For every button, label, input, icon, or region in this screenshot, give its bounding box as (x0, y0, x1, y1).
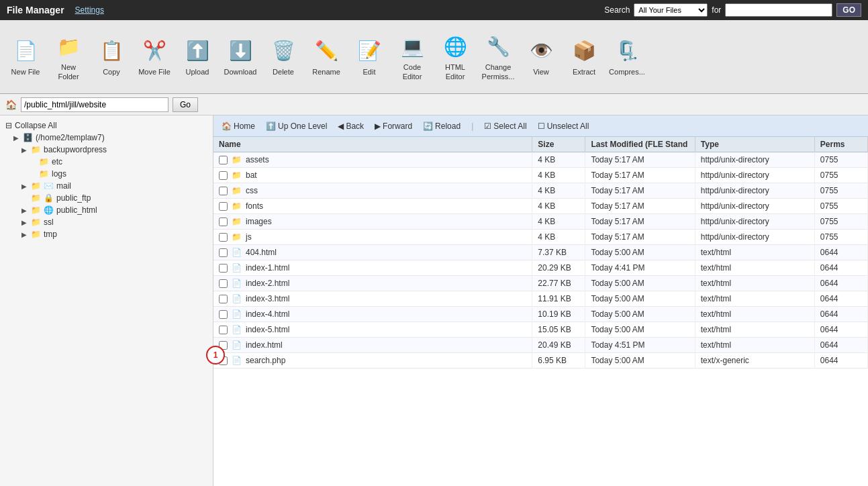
sidebar-item-mail[interactable]: ▶ 📁 ✉️ mail (19, 180, 210, 192)
sidebar-item-public-html[interactable]: ▶ 📁 🌐 public_html (19, 204, 210, 216)
compress-icon: 🗜️ (613, 37, 641, 65)
row-checkbox[interactable] (219, 295, 228, 303)
select-all-button[interactable]: ☑ Select All (481, 120, 529, 132)
table-row[interactable]: 📄 index-2.html 22.77 KB Today 5:00 AM te… (213, 276, 868, 291)
tree-root-item[interactable]: ▶ 🗄️ (/home2/templaw7) (11, 132, 210, 144)
cell-name: 📄 index-1.html (213, 260, 532, 276)
home-button[interactable]: 🏠 Home (219, 120, 258, 132)
table-row[interactable]: 📄 index-4.html 10.19 KB Today 5:00 AM te… (213, 307, 868, 322)
toolbar-new-folder-button[interactable]: 📁 New Folder (48, 27, 89, 87)
toolbar-move-file-button[interactable]: ✂️ Move File (134, 27, 175, 87)
reload-button[interactable]: 🔄 Reload (420, 120, 463, 132)
file-list-panel: 🏠 Home ⬆️ Up One Level ◀ Back ▶ Forward … (213, 115, 868, 486)
table-row[interactable]: 📁 images 4 KB Today 5:17 AM httpd/unix-d… (213, 214, 868, 230)
cell-name: 📁 images (213, 214, 532, 230)
file-name: images (246, 217, 272, 226)
toolbar-html-editor-button[interactable]: 🌐 HTML Editor (435, 27, 475, 87)
label-logs: logs (52, 169, 66, 179)
cell-name: 📄 index-3.html (213, 291, 532, 307)
row-checkbox[interactable] (219, 326, 228, 334)
row-checkbox[interactable] (219, 156, 228, 164)
forward-button[interactable]: ▶ Forward (372, 120, 415, 132)
new-folder-label: New Folder (50, 63, 87, 81)
toolbar-upload-button[interactable]: ⬆️ Upload (177, 27, 218, 87)
row-checkbox[interactable] (219, 217, 228, 226)
table-row[interactable]: 📁 bat 4 KB Today 5:17 AM httpd/unix-dire… (213, 168, 868, 183)
cell-perms: 0644 (814, 291, 867, 307)
file-name: js (246, 232, 252, 242)
address-go-button[interactable]: Go (173, 97, 198, 112)
col-header-modified[interactable]: Last Modified (FLE Stand (585, 137, 695, 152)
sidebar-item-ssl[interactable]: ▶ 📁 ssl (19, 216, 210, 228)
cell-size: 7.37 KB (532, 245, 585, 260)
row-checkbox[interactable] (219, 248, 228, 257)
main-area: ⊟ Collapse All ▶ 🗄️ (/home2/templaw7) ▶ … (0, 115, 868, 486)
folder-icon-logs: 📁 (39, 169, 49, 179)
file-type-icon: 📁 (232, 217, 242, 226)
unselect-all-button[interactable]: ☐ Unselect All (535, 120, 592, 132)
settings-link[interactable]: Settings (75, 5, 104, 15)
sidebar-item-backupwordpress[interactable]: ▶ 📁 backupwordpress (19, 144, 210, 156)
toolbar-edit-button[interactable]: 📝 Edit (349, 27, 389, 87)
row-checkbox[interactable] (219, 279, 228, 288)
table-row[interactable]: 📄 search.php 6.95 KB Today 5:00 AM text/… (213, 353, 868, 369)
search-scope-select[interactable]: All Your Files Current Directory (634, 3, 708, 17)
forward-label: Forward (383, 122, 412, 131)
delete-label: Delete (273, 68, 294, 77)
row-checkbox[interactable] (219, 171, 228, 180)
col-header-size[interactable]: Size (532, 137, 585, 152)
sidebar-item-public-ftp[interactable]: 📁 🔒 public_ftp (19, 192, 210, 204)
cell-modified: Today 5:17 AM (585, 230, 695, 245)
cell-perms: 0644 (814, 260, 867, 276)
file-name: css (246, 186, 258, 195)
search-input[interactable] (725, 3, 832, 17)
table-row[interactable]: 📄 404.html 7.37 KB Today 5:00 AM text/ht… (213, 245, 868, 260)
up-one-level-button[interactable]: ⬆️ Up One Level (263, 120, 330, 132)
row-checkbox[interactable] (219, 233, 228, 242)
sidebar-item-logs[interactable]: 📁 logs (27, 168, 210, 180)
toolbar-view-button[interactable]: 👁️ View (521, 27, 561, 87)
table-row[interactable]: 📁 css 4 KB Today 5:17 AM httpd/unix-dire… (213, 183, 868, 199)
copy-label: Copy (103, 68, 120, 77)
sidebar-item-etc[interactable]: 📁 etc (27, 156, 210, 168)
col-header-perms[interactable]: Perms (814, 137, 867, 152)
collapse-all[interactable]: ⊟ Collapse All (3, 119, 210, 132)
forward-icon: ▶ (375, 122, 381, 131)
row-checkbox[interactable] (219, 187, 228, 195)
table-row[interactable]: 📄 index-1.html 20.29 KB Today 4:41 PM te… (213, 260, 868, 276)
table-row[interactable]: 📄 index.html 20.49 KB Today 4:51 PM text… (213, 338, 868, 353)
cell-modified: Today 5:00 AM (585, 291, 695, 307)
toolbar-code-editor-button[interactable]: 💻 Code Editor (392, 27, 432, 87)
row-checkbox[interactable] (219, 202, 228, 211)
file-name: index-2.html (246, 279, 289, 288)
toolbar-copy-button[interactable]: 📋 Copy (91, 27, 132, 87)
row-checkbox[interactable] (219, 264, 228, 273)
file-table: Name Size Last Modified (FLE Stand Type … (213, 137, 868, 369)
sidebar-item-tmp[interactable]: ▶ 📁 tmp (19, 228, 210, 240)
table-row[interactable]: 📄 index-3.html 11.91 KB Today 5:00 AM te… (213, 291, 868, 307)
toolbar-extract-button[interactable]: 📦 Extract (564, 27, 604, 87)
address-input[interactable] (21, 97, 168, 112)
toolbar-compress-button[interactable]: 🗜️ Compres... (607, 27, 647, 87)
toolbar-change-perms-button[interactable]: 🔧 Change Permiss... (478, 27, 518, 87)
cell-perms: 0755 (814, 152, 867, 168)
table-row[interactable]: 📁 assets 4 KB Today 5:17 AM httpd/unix-d… (213, 152, 868, 168)
col-header-type[interactable]: Type (695, 137, 814, 152)
toolbar-download-button[interactable]: ⬇️ Download (220, 27, 260, 87)
toolbar-new-file-button[interactable]: 📄 New File (5, 27, 46, 87)
cell-type: text/html (695, 245, 814, 260)
cell-size: 6.95 KB (532, 353, 585, 369)
cell-name: 📄 index-4.html (213, 307, 532, 322)
table-row[interactable]: 📁 fonts 4 KB Today 5:17 AM httpd/unix-di… (213, 199, 868, 214)
file-table-container: Name Size Last Modified (FLE Stand Type … (213, 137, 868, 486)
table-row[interactable]: 📄 index-5.html 15.05 KB Today 5:00 AM te… (213, 322, 868, 338)
file-name: index-3.html (246, 294, 289, 303)
col-header-name[interactable]: Name (213, 137, 532, 152)
table-row[interactable]: 📁 js 4 KB Today 5:17 AM httpd/unix-direc… (213, 230, 868, 245)
search-go-button[interactable]: GO (836, 3, 861, 17)
row-checkbox[interactable] (219, 310, 228, 319)
toolbar-delete-button[interactable]: 🗑️ Delete (263, 27, 303, 87)
download-label: Download (224, 68, 257, 77)
toolbar-rename-button[interactable]: ✏️ Rename (306, 27, 346, 87)
back-button[interactable]: ◀ Back (335, 120, 367, 132)
